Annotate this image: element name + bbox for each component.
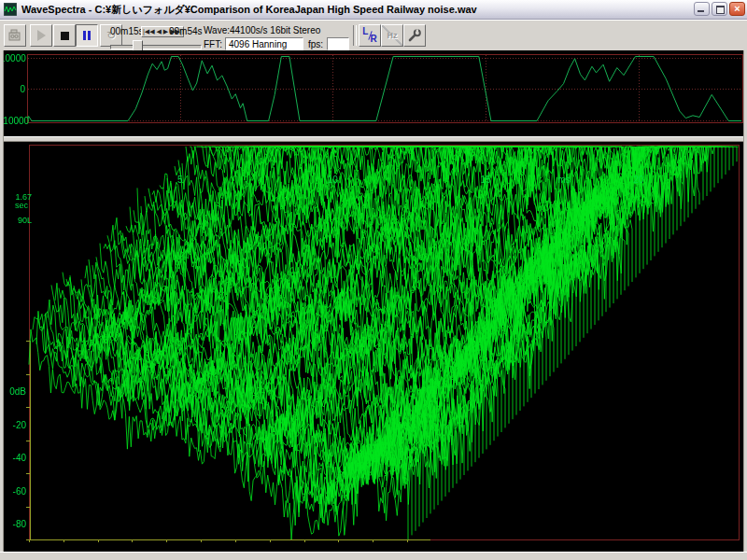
play-icon — [37, 30, 46, 41]
display-area: ms kHz 1.67 sec 90L 100000-1000051015200… — [0, 50, 747, 552]
wave-label: Wave: — [204, 25, 230, 35]
restore-button[interactable] — [712, 2, 727, 16]
toolbar: ↻ 00m15s |◀◀ ◀ ▶ ▶▶| 00m54s Wave:44100s/… — [0, 20, 747, 52]
window-title: WaveSpectra - C:¥新しいフォルダ¥Comparison of K… — [21, 3, 477, 17]
window-right-border — [743, 50, 747, 552]
hz-scale-button[interactable]: Hz — [381, 24, 403, 47]
lr-left-label: L — [362, 28, 368, 35]
time-current: 00m15s — [110, 26, 144, 36]
wavespectra-window: WaveSpectra - C:¥新しいフォルダ¥Comparison of K… — [0, 0, 747, 560]
settings-button[interactable] — [403, 24, 426, 47]
window-left-border — [0, 50, 4, 552]
fps-value-box — [327, 37, 349, 50]
fft-label: FFT: — [204, 39, 222, 49]
app-icon — [4, 3, 17, 16]
pause-button[interactable] — [76, 24, 98, 47]
close-button[interactable]: × — [729, 2, 745, 16]
minimize-icon — [698, 10, 704, 12]
stop-button[interactable] — [53, 24, 76, 47]
time-total: 00m54s — [169, 26, 203, 36]
fps-label: fps: — [308, 39, 323, 49]
panel-splitter[interactable] — [0, 136, 747, 142]
position-slider-track[interactable] — [110, 45, 202, 49]
channel-lr-button[interactable]: LR — [359, 24, 381, 47]
toolbar-separator — [353, 25, 357, 46]
title-bar: WaveSpectra - C:¥新しいフォルダ¥Comparison of K… — [0, 0, 747, 20]
open-file-button[interactable] — [4, 24, 26, 47]
pause-icon — [83, 31, 86, 40]
window-bottom-border — [0, 552, 747, 560]
fft-value-box: 4096 Hanning — [225, 37, 303, 50]
wave-format-value: 44100s/s 16bit Stereo — [230, 25, 320, 35]
play-button[interactable] — [30, 24, 52, 47]
stop-icon — [61, 32, 69, 40]
restore-icon — [716, 6, 725, 14]
plots-canvas — [0, 50, 747, 560]
open-file-icon — [7, 28, 22, 43]
minimize-button[interactable] — [694, 2, 710, 16]
lr-right-label: R — [370, 35, 376, 43]
wrench-icon — [407, 28, 422, 43]
hz-icon: Hz — [388, 31, 398, 40]
